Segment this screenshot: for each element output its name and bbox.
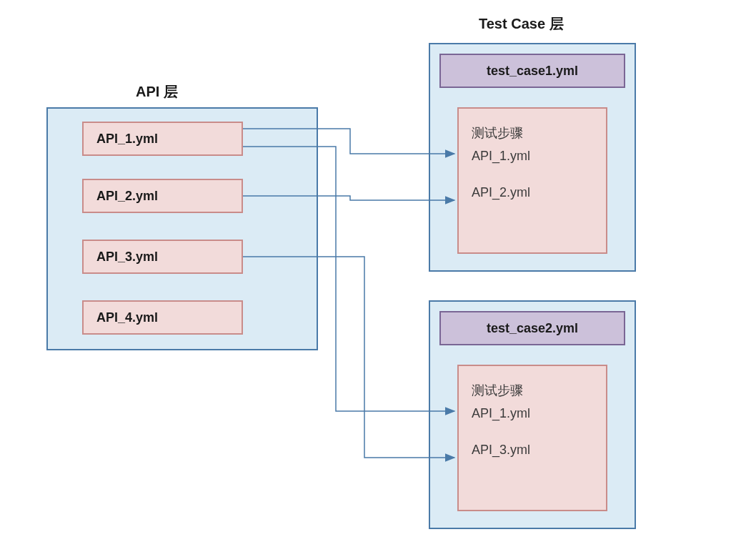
api-item-label: API_2.yml [96, 189, 158, 204]
testcase2-steps: 测试步骤 API_1.yml API_3.yml [457, 365, 607, 511]
api-item-4: API_4.yml [82, 300, 243, 335]
testcase1-header: test_case1.yml [439, 54, 625, 88]
step-line: API_1.yml [472, 402, 593, 425]
api-item-1: API_1.yml [82, 122, 243, 156]
testcase-header-label: test_case2.yml [487, 321, 578, 336]
api-item-label: API_3.yml [96, 250, 158, 265]
step-line: API_1.yml [472, 144, 593, 167]
steps-title: 测试步骤 [472, 122, 593, 144]
api-item-3: API_3.yml [82, 240, 243, 274]
step-line: API_3.yml [472, 438, 593, 461]
api-item-label: API_4.yml [96, 310, 158, 325]
testcase2-header: test_case2.yml [439, 311, 625, 345]
testcase-layer-title: Test Case 层 [479, 14, 564, 34]
api-item-label: API_1.yml [96, 132, 158, 147]
step-line: API_2.yml [472, 181, 593, 204]
testcase1-steps: 测试步骤 API_1.yml API_2.yml [457, 107, 607, 254]
api-layer-title: API 层 [136, 82, 178, 102]
testcase-header-label: test_case1.yml [487, 64, 578, 79]
api-item-2: API_2.yml [82, 179, 243, 213]
steps-title: 测试步骤 [472, 379, 593, 402]
